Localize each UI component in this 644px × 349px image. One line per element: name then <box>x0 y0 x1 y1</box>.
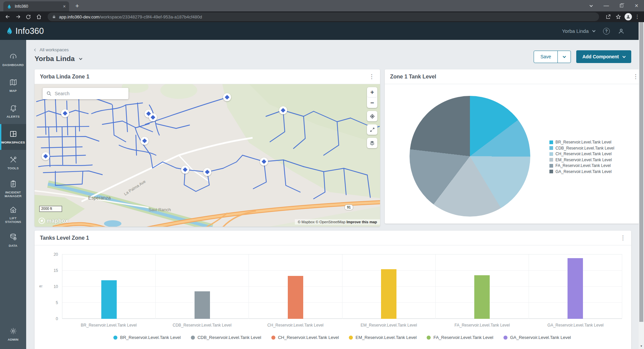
reload-icon[interactable] <box>24 13 33 21</box>
sidebar-item-incident-manager[interactable]: INCIDENT MANAGER <box>0 176 26 201</box>
layers-button[interactable] <box>367 138 377 148</box>
sidebar-item-lift-stations[interactable]: LIFT STATIONS <box>0 201 26 227</box>
pie-legend-item[interactable]: EM_Reservoir.Level.Tank Level <box>549 158 614 162</box>
y-axis-tick: 10 <box>47 284 58 289</box>
page-scrollbar[interactable]: ▼ <box>639 22 644 349</box>
mapbox-logo[interactable]: mapbox <box>39 218 68 224</box>
tab-search-chevron-icon[interactable] <box>584 0 599 11</box>
window-minimize-button[interactable]: — <box>599 0 614 11</box>
forward-icon[interactable] <box>14 13 22 21</box>
bar-column <box>155 254 249 319</box>
locate-button[interactable] <box>367 111 377 121</box>
bar-panel-menu-icon[interactable]: ⋮ <box>620 235 626 241</box>
map-marker[interactable] <box>223 93 231 101</box>
sidebar-item-tools[interactable]: TOOLS <box>0 150 26 176</box>
map-marker[interactable] <box>141 137 149 145</box>
legend-swatch <box>549 146 553 150</box>
help-icon[interactable]: ? <box>603 28 610 35</box>
map-marker[interactable] <box>42 152 50 160</box>
bar-categories: BR_Reservoir.Level.Tank LevelCDB_Reservo… <box>62 323 622 328</box>
map-graphics <box>35 84 380 227</box>
scrollbar-thumb[interactable] <box>639 22 643 322</box>
home-icon[interactable] <box>35 13 43 21</box>
pie-legend-item[interactable]: BR_Reservoir.Level.Tank Level <box>549 140 614 144</box>
mapbox-icon <box>39 218 45 224</box>
map-canvas[interactable]: + − <box>35 84 380 227</box>
pie-panel-menu-icon[interactable]: ⋮ <box>633 74 639 79</box>
legend-label: BR_Reservoir.Level.Tank Level <box>120 335 181 340</box>
profile-avatar[interactable] <box>625 13 632 20</box>
browser-menu-icon[interactable]: ⋮ <box>634 14 641 20</box>
new-tab-button[interactable]: + <box>72 1 82 11</box>
pie-legend-item[interactable]: GA_Reservoir.Level.Tank Level <box>549 169 614 174</box>
zoom-in-button[interactable]: + <box>367 87 377 98</box>
breadcrumb[interactable]: All workspaces <box>35 47 69 52</box>
bookmark-star-icon[interactable] <box>614 13 623 21</box>
bar-legend-item[interactable]: GA_Reservoir.Level.Tank Level <box>503 335 571 340</box>
bar-legend-item[interactable]: FA_Reservoir.Level.Tank Level <box>427 335 493 340</box>
pie-legend-item[interactable]: CH_Reservoir.Level.Tank Level <box>549 152 614 156</box>
breadcrumb-label: All workspaces <box>40 47 69 52</box>
search-icon <box>46 91 52 96</box>
share-icon[interactable] <box>604 13 612 21</box>
sidebar-item-alerts[interactable]: ALERTS <box>0 98 26 124</box>
sidebar-item-data[interactable]: DATA <box>0 227 26 253</box>
save-dropdown-button[interactable] <box>557 51 571 63</box>
url-bar[interactable]: app.info360-dev.com/workspace/23348279-c… <box>48 12 599 21</box>
map-panel-menu-icon[interactable]: ⋮ <box>369 74 375 79</box>
user-icon[interactable] <box>618 28 625 35</box>
sidebar-item-map[interactable]: MAP <box>0 72 26 98</box>
zoom-out-button[interactable]: − <box>367 98 377 108</box>
workspace-selector[interactable]: Yorba Linda <box>562 28 595 34</box>
y-axis-tick: 5 <box>47 300 58 305</box>
zoom-control: + − <box>367 87 377 108</box>
title-chevron-down-icon[interactable] <box>79 57 82 60</box>
bar-legend-item[interactable]: CDB_Reservoir.Level.Tank Level <box>191 335 261 340</box>
bar-legend-item[interactable]: BR_Reservoir.Level.Tank Level <box>113 335 181 340</box>
chevron-left-icon <box>34 48 37 51</box>
map-marker[interactable] <box>149 113 157 121</box>
legend-label: BR_Reservoir.Level.Tank Level <box>555 140 611 144</box>
search-input[interactable] <box>55 91 125 96</box>
bar <box>101 280 117 319</box>
y-axis-tick: 20 <box>47 252 58 257</box>
sidebar-label: ALERTS <box>6 115 19 118</box>
legend-swatch <box>191 336 195 340</box>
bar-category-label: CH_Reservoir.Level.Tank Level <box>249 323 342 328</box>
pie-legend-item[interactable]: CDB_Reservoir.Level.Tank Level <box>549 146 614 151</box>
main-content: All workspaces Yorba Linda Save Add Comp… <box>26 40 644 349</box>
bar-category-label: FA_Reservoir.Level.Tank Level <box>435 323 529 328</box>
back-icon[interactable] <box>3 13 12 21</box>
add-component-button[interactable]: Add Component <box>576 50 631 63</box>
sidebar-item-dashboard[interactable]: DASHBOARD <box>0 47 26 72</box>
chevron-down-icon <box>623 55 626 58</box>
browser-tab[interactable]: Info360 × <box>3 1 69 11</box>
window-close-button[interactable]: ✕ <box>629 0 644 11</box>
sidebar-item-workspaces[interactable]: WORKSPACES <box>0 124 26 150</box>
mapbox-wordmark: mapbox <box>47 218 68 224</box>
scrollbar-down-arrow-icon[interactable]: ▼ <box>639 344 644 348</box>
improve-map-link[interactable]: Improve this map <box>346 220 377 224</box>
screen: Info360 × + — ✕ app.info360-dev.com/work… <box>0 0 644 349</box>
bar <box>195 291 210 319</box>
bar-legend-item[interactable]: CH_Reservoir.Level.Tank Level <box>271 335 339 340</box>
bar-legend-item[interactable]: EM_Reservoir.Level.Tank Level <box>349 335 417 340</box>
sidebar-label: LIFT STATIONS <box>1 216 25 224</box>
save-button[interactable]: Save <box>534 51 557 63</box>
sidebar-item-admin[interactable]: ADMIN <box>0 321 26 347</box>
pie-chart <box>410 96 530 217</box>
pie-legend-item[interactable]: FA_Reservoir.Level.Tank Level <box>549 163 614 168</box>
map-marker[interactable] <box>181 166 189 174</box>
map-marker[interactable] <box>260 158 268 166</box>
expand-button[interactable] <box>367 124 377 135</box>
map-attribution: © Mapbox © OpenStreetMap Improve this ma… <box>295 219 380 225</box>
tab-close-icon[interactable]: × <box>63 4 66 9</box>
legend-label: GA_Reservoir.Level.Tank Level <box>555 169 611 174</box>
map-marker[interactable] <box>203 168 211 176</box>
window-restore-button[interactable] <box>614 0 629 11</box>
legend-label: CDB_Reservoir.Level.Tank Level <box>198 335 261 340</box>
map-marker[interactable] <box>279 106 287 114</box>
y-axis-tick: 15 <box>47 268 58 273</box>
bar-column <box>249 254 342 319</box>
map-marker[interactable] <box>61 109 69 117</box>
